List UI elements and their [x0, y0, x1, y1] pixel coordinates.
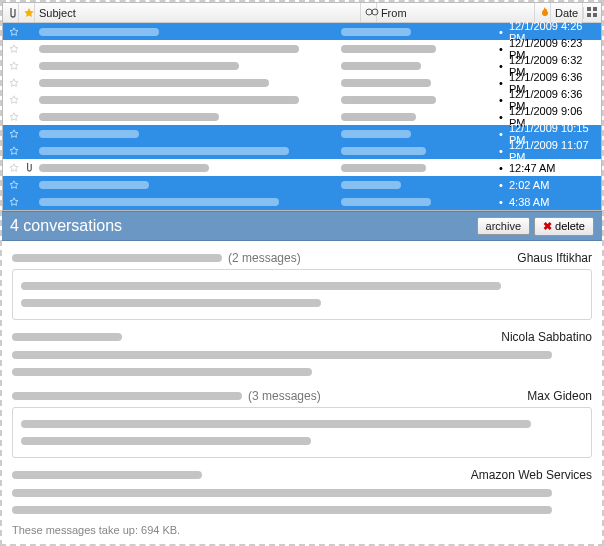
col-star[interactable]	[19, 3, 35, 22]
row-from	[335, 179, 495, 191]
conversation-header: Nicola Sabbatino	[12, 330, 592, 344]
row-from	[335, 94, 495, 106]
conversation-body	[12, 486, 592, 518]
conversation-body	[12, 269, 592, 320]
row-from	[335, 26, 495, 38]
conversation[interactable]: Amazon Web Services	[12, 468, 592, 518]
message-rows: •12/1/2009 4:26 PM•12/1/2009 6:23 PM•12/…	[3, 23, 601, 210]
conversation-body	[12, 348, 592, 379]
conversation-sender: Nicola Sabbatino	[501, 330, 592, 344]
row-bullet: •	[495, 162, 507, 174]
row-from	[335, 128, 495, 140]
message-row[interactable]: •12/1/2009 11:07 PM	[3, 142, 601, 159]
delete-button[interactable]: ✖ delete	[534, 217, 594, 236]
row-bullet: •	[495, 111, 507, 123]
row-subject	[35, 111, 335, 123]
delete-x-icon: ✖	[543, 220, 552, 233]
row-star-icon[interactable]	[7, 129, 21, 139]
row-bullet: •	[495, 196, 507, 208]
row-star-icon[interactable]	[7, 180, 21, 190]
message-row[interactable]: •2:02 AM	[3, 176, 601, 193]
flame-icon	[539, 7, 549, 19]
delete-label: delete	[555, 220, 585, 232]
row-star-icon[interactable]	[7, 61, 21, 71]
conversation-header: Amazon Web Services	[12, 468, 592, 482]
conversation-line	[12, 503, 592, 517]
star-icon	[23, 7, 35, 19]
conversation-header: (3 messages)Max Gideon	[12, 389, 592, 403]
conversation[interactable]: (3 messages)Max Gideon	[12, 389, 592, 458]
row-bullet: •	[495, 77, 507, 89]
row-from	[335, 77, 495, 89]
row-subject	[35, 179, 335, 191]
col-from-label: From	[381, 7, 407, 19]
row-subject	[35, 94, 335, 106]
conversation-header: (2 messages)Ghaus Iftikhar	[12, 251, 592, 265]
svg-rect-5	[593, 13, 597, 17]
conversation-sender: Max Gideon	[527, 389, 592, 403]
col-date-label: Date	[555, 7, 578, 19]
conversation-line	[12, 365, 592, 379]
row-subject	[35, 26, 335, 38]
row-star-icon[interactable]	[7, 146, 21, 156]
row-subject	[35, 162, 335, 174]
conversation-line	[21, 279, 583, 293]
col-subject[interactable]: Subject	[35, 3, 361, 22]
app-root: Subject From Date	[2, 2, 602, 544]
conversation-sender: Ghaus Iftikhar	[517, 251, 592, 265]
row-bullet: •	[495, 60, 507, 72]
svg-rect-3	[593, 7, 597, 11]
conversation-count: (3 messages)	[248, 389, 321, 403]
row-from	[335, 43, 495, 55]
conversations-title: 4 conversations	[10, 217, 122, 235]
row-subject	[35, 145, 335, 157]
row-bullet: •	[495, 26, 507, 38]
col-subject-label: Subject	[39, 7, 76, 19]
column-picker[interactable]	[583, 7, 601, 19]
footer-size: These messages take up: 694 KB.	[2, 518, 602, 544]
svg-rect-2	[587, 7, 591, 11]
row-bullet: •	[495, 94, 507, 106]
conversation[interactable]: (2 messages)Ghaus Iftikhar	[12, 251, 592, 320]
message-row[interactable]: •12:47 AM	[3, 159, 601, 176]
row-star-icon[interactable]	[7, 95, 21, 105]
row-star-icon[interactable]	[7, 27, 21, 37]
conversations-body: (2 messages)Ghaus IftikharNicola Sabbati…	[2, 241, 602, 518]
conversation-body	[12, 407, 592, 458]
row-subject	[35, 43, 335, 55]
message-row[interactable]: •4:38 AM	[3, 193, 601, 210]
archive-button[interactable]: archive	[477, 217, 530, 235]
attachment-icon	[7, 7, 17, 19]
col-read[interactable]	[361, 3, 377, 22]
col-attachment[interactable]	[3, 3, 19, 22]
row-date: 12/1/2009 11:07 PM	[507, 139, 597, 163]
conversation-line	[21, 434, 583, 448]
row-subject	[35, 60, 335, 72]
row-star-icon[interactable]	[7, 78, 21, 88]
row-from	[335, 111, 495, 123]
row-date: 4:38 AM	[507, 196, 597, 208]
row-date: 2:02 AM	[507, 179, 597, 191]
svg-point-0	[366, 9, 372, 15]
row-star-icon[interactable]	[7, 44, 21, 54]
row-from	[335, 196, 495, 208]
conversation-line	[12, 486, 592, 500]
row-bullet: •	[495, 179, 507, 191]
row-star-icon[interactable]	[7, 163, 21, 173]
row-bullet: •	[495, 43, 507, 55]
row-star-icon[interactable]	[7, 197, 21, 207]
column-picker-icon	[587, 7, 599, 19]
row-from	[335, 162, 495, 174]
row-date: 12:47 AM	[507, 162, 597, 174]
row-subject	[35, 77, 335, 89]
conversations-bar: 4 conversations archive ✖ delete	[2, 211, 602, 241]
row-bullet: •	[495, 128, 507, 140]
svg-rect-4	[587, 13, 591, 17]
row-from	[335, 145, 495, 157]
row-from	[335, 60, 495, 72]
conversation-count: (2 messages)	[228, 251, 301, 265]
conversation[interactable]: Nicola Sabbatino	[12, 330, 592, 379]
row-star-icon[interactable]	[7, 112, 21, 122]
conversation-line	[21, 417, 583, 431]
glasses-icon	[365, 7, 377, 19]
